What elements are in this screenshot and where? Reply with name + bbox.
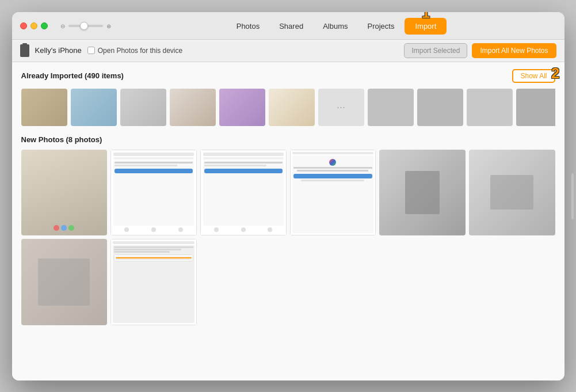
nav-tabs: Photos Shared Albums Projects Import 1 — [227, 18, 447, 35]
imported-thumb-3[interactable] — [120, 89, 166, 126]
new-photo-empty-2 — [290, 239, 376, 325]
imported-thumb-1[interactable] — [21, 89, 67, 126]
slider-track — [68, 25, 103, 27]
device-icon — [20, 44, 29, 57]
tab-shared[interactable]: Shared — [270, 18, 312, 35]
new-photo-4[interactable] — [290, 150, 376, 236]
app-window: ⊖ ⊕ Photos Shared Albums Projects Import… — [12, 12, 564, 380]
tab-albums[interactable]: Albums — [314, 18, 357, 35]
device-name: Kelly's iPhone — [35, 46, 82, 55]
new-photos-header: New Photos (8 photos) — [21, 135, 555, 144]
import-selected-button[interactable]: Import Selected — [404, 43, 467, 58]
tab-projects[interactable]: Projects — [358, 18, 403, 35]
new-photos-title: New Photos (8 photos) — [21, 135, 102, 144]
open-photos-label: Open Photos for this device — [87, 47, 182, 55]
minimize-button[interactable] — [30, 22, 37, 29]
open-photos-checkbox[interactable] — [87, 47, 95, 54]
annotation-2: 2 — [551, 64, 559, 82]
fullscreen-button[interactable] — [41, 22, 48, 29]
close-button[interactable] — [20, 22, 27, 29]
new-photo-empty-3 — [379, 239, 466, 325]
titlebar: ⊖ ⊕ Photos Shared Albums Projects Import… — [12, 12, 564, 40]
imported-thumb-10[interactable] — [516, 89, 555, 126]
zoom-in-icon: ⊕ — [106, 23, 111, 29]
toolbar: Kelly's iPhone Open Photos for this devi… — [12, 40, 564, 62]
new-photo-6[interactable] — [469, 150, 555, 236]
annotation-1: 1 — [422, 12, 430, 22]
already-imported-strip: ··· — [21, 89, 555, 126]
imported-thumb-6[interactable] — [269, 89, 315, 126]
new-photo-3[interactable] — [200, 150, 287, 236]
imported-thumb-4[interactable] — [170, 89, 216, 126]
new-photo-7[interactable] — [21, 239, 108, 325]
already-imported-header: Already Imported (490 items) Show All 2 — [21, 69, 555, 83]
new-photo-8[interactable] — [110, 239, 197, 325]
ellipsis-icon: ··· — [337, 101, 345, 113]
new-photo-5[interactable] — [379, 150, 466, 236]
main-content: Already Imported (490 items) Show All 2 — [12, 62, 564, 380]
already-imported-title: Already Imported (490 items) — [21, 71, 124, 80]
new-photo-empty-4 — [469, 239, 555, 325]
tab-photos[interactable]: Photos — [227, 18, 269, 35]
imported-thumb-2[interactable] — [71, 89, 117, 126]
show-all-button[interactable]: Show All — [512, 69, 555, 83]
new-photos-grid-row2 — [21, 239, 555, 325]
slider-thumb — [80, 22, 88, 30]
imported-thumb-8[interactable] — [417, 89, 463, 126]
traffic-lights — [20, 22, 48, 29]
new-photo-empty-1 — [200, 239, 287, 325]
imported-thumb-ellipsis: ··· — [318, 89, 364, 126]
imported-thumb-7[interactable] — [368, 89, 414, 126]
new-photo-1[interactable] — [21, 150, 108, 236]
new-photos-grid-row1 — [21, 150, 555, 236]
open-photos-text: Open Photos for this device — [98, 47, 182, 55]
imported-thumb-5[interactable] — [219, 89, 265, 126]
imported-thumb-9[interactable] — [467, 89, 513, 126]
new-photo-2[interactable] — [110, 150, 197, 236]
zoom-slider[interactable]: ⊖ ⊕ — [60, 23, 111, 29]
toolbar-actions: Import Selected Import All New Photos — [404, 43, 556, 58]
zoom-out-icon: ⊖ — [60, 23, 65, 29]
import-all-button[interactable]: Import All New Photos — [472, 43, 556, 58]
